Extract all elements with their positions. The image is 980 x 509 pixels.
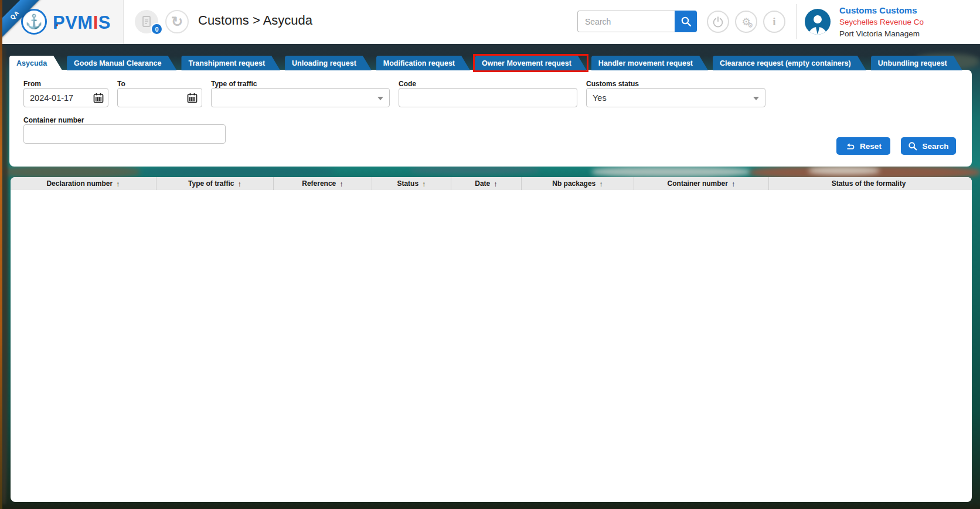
power-icon [712, 16, 724, 28]
info-button[interactable]: i [763, 11, 785, 33]
app-window: ⚓ PVMIS QA 0 ↻ Customs > Asycuda [0, 0, 980, 509]
top-header-bar: ⚓ PVMIS QA 0 ↻ Customs > Asycuda [0, 0, 980, 44]
user-organization: Seychelles Revenue Co [839, 16, 924, 28]
user-name: Customs Customs [839, 4, 924, 16]
table-body-empty [11, 190, 972, 502]
reset-button[interactable]: Reset [836, 137, 890, 155]
settings-button[interactable]: ⚙⚙ [735, 11, 757, 33]
sort-asc-icon: ↑ [422, 179, 426, 188]
bg-containers-light [809, 167, 879, 175]
code-label: Code [399, 80, 416, 88]
sort-asc-icon: ↑ [339, 179, 343, 188]
breadcrumb-title: Customs > Asycuda [198, 13, 312, 28]
bg-water-dark [410, 166, 539, 174]
search-submit-button[interactable] [675, 11, 697, 32]
filter-panel: From To Type of traffic Code Customs sta… [9, 70, 972, 167]
chevron-down-icon [753, 97, 759, 100]
refresh-icon: ↻ [171, 13, 183, 30]
calendar-icon[interactable] [93, 93, 104, 106]
bg-pier [592, 167, 750, 177]
app-logo-text: PVMIS [53, 12, 111, 33]
to-label: To [117, 80, 125, 88]
header-divider [796, 4, 797, 39]
person-icon [806, 12, 829, 35]
search-icon [680, 16, 692, 27]
user-avatar[interactable] [805, 9, 831, 35]
calendar-icon[interactable] [187, 93, 198, 106]
tab-clearance-request-empty-containers[interactable]: Clearance request (empty containers) [713, 56, 866, 70]
column-date[interactable]: Date↑ [451, 177, 522, 190]
tab-transhipment-request[interactable]: Transhipment request [181, 56, 280, 70]
tab-unbundling-request[interactable]: Unbundling request [871, 56, 962, 70]
user-info[interactable]: Customs Customs Seychelles Revenue Co Po… [839, 4, 924, 40]
results-table: Declaration number↑ Type of traffic↑ Ref… [11, 177, 972, 502]
reset-undo-icon [845, 142, 855, 150]
column-declaration-number[interactable]: Declaration number↑ [11, 177, 156, 190]
bg-water [141, 167, 334, 177]
column-status[interactable]: Status↑ [372, 177, 451, 190]
customs-status-value: Yes [593, 93, 607, 103]
info-icon: i [773, 15, 775, 28]
notification-badge: 0 [151, 23, 163, 35]
chevron-down-icon [377, 97, 383, 100]
bg-left-orange-edge [0, 0, 2, 509]
from-label: From [23, 80, 41, 88]
column-reference[interactable]: Reference↑ [274, 177, 372, 190]
module-tab-bar: Asycuda Goods Manual Clearance Transhipm… [9, 56, 962, 70]
bg-shore [0, 165, 141, 178]
search-input[interactable] [577, 11, 675, 32]
column-container-number[interactable]: Container number↑ [634, 177, 769, 190]
sort-asc-icon: ↑ [731, 179, 736, 188]
logout-button[interactable] [707, 11, 729, 33]
tab-goods-manual-clearance[interactable]: Goods Manual Clearance [67, 56, 176, 70]
column-status-of-the-formality: Status of the formality [769, 177, 972, 190]
customs-status-select[interactable]: Yes [586, 88, 765, 107]
type-of-traffic-select[interactable] [211, 88, 390, 107]
type-of-traffic-label: Type of traffic [211, 80, 257, 88]
sort-asc-icon: ↑ [237, 179, 241, 188]
user-company: Port Victoria Managem [839, 28, 924, 40]
document-icon [141, 15, 152, 28]
code-input[interactable] [399, 88, 577, 107]
sort-asc-icon: ↑ [494, 179, 498, 188]
search-icon [908, 141, 917, 151]
column-nb-packages[interactable]: Nb packages↑ [522, 177, 634, 190]
tab-asycuda[interactable]: Asycuda [9, 56, 62, 70]
tab-modification-request[interactable]: Modification request [376, 56, 470, 70]
tab-unloading-request[interactable]: Unloading request [285, 56, 372, 70]
customs-status-label: Customs status [586, 80, 639, 88]
search-button[interactable]: Search [901, 137, 956, 155]
gear-small-icon: ⚙ [747, 22, 753, 29]
sort-asc-icon: ↑ [599, 179, 603, 188]
refresh-button[interactable]: ↻ [165, 10, 189, 33]
column-type-of-traffic[interactable]: Type of traffic↑ [156, 177, 274, 190]
tab-owner-movement-request[interactable]: Owner Movement request [475, 56, 587, 70]
tab-handler-movement-request[interactable]: Handler movement request [591, 56, 708, 70]
container-number-input[interactable] [23, 124, 226, 144]
sort-asc-icon: ↑ [116, 179, 120, 188]
global-search [577, 11, 697, 32]
container-number-label: Container number [23, 116, 84, 124]
table-header-row: Declaration number↑ Type of traffic↑ Ref… [11, 177, 972, 190]
